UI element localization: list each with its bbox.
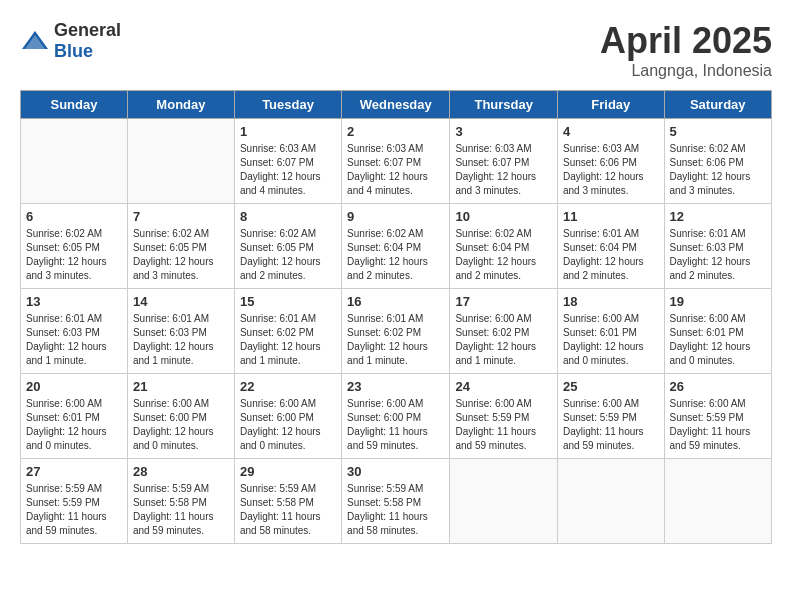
day-number: 21 [133, 379, 229, 394]
day-info: Sunrise: 6:03 AM Sunset: 6:06 PM Dayligh… [563, 142, 659, 198]
calendar-cell: 5Sunrise: 6:02 AM Sunset: 6:06 PM Daylig… [664, 119, 771, 204]
calendar-cell: 4Sunrise: 6:03 AM Sunset: 6:06 PM Daylig… [558, 119, 665, 204]
day-number: 1 [240, 124, 336, 139]
day-number: 23 [347, 379, 444, 394]
day-info: Sunrise: 6:00 AM Sunset: 6:01 PM Dayligh… [563, 312, 659, 368]
day-info: Sunrise: 6:01 AM Sunset: 6:03 PM Dayligh… [133, 312, 229, 368]
day-number: 14 [133, 294, 229, 309]
day-info: Sunrise: 6:00 AM Sunset: 5:59 PM Dayligh… [563, 397, 659, 453]
calendar-cell [450, 459, 558, 544]
calendar-cell: 8Sunrise: 6:02 AM Sunset: 6:05 PM Daylig… [234, 204, 341, 289]
calendar-cell: 1Sunrise: 6:03 AM Sunset: 6:07 PM Daylig… [234, 119, 341, 204]
calendar-cell: 19Sunrise: 6:00 AM Sunset: 6:01 PM Dayli… [664, 289, 771, 374]
day-number: 5 [670, 124, 766, 139]
day-number: 15 [240, 294, 336, 309]
day-info: Sunrise: 6:01 AM Sunset: 6:03 PM Dayligh… [26, 312, 122, 368]
calendar-week: 1Sunrise: 6:03 AM Sunset: 6:07 PM Daylig… [21, 119, 772, 204]
day-info: Sunrise: 6:00 AM Sunset: 6:00 PM Dayligh… [240, 397, 336, 453]
calendar-body: 1Sunrise: 6:03 AM Sunset: 6:07 PM Daylig… [21, 119, 772, 544]
calendar-cell: 27Sunrise: 5:59 AM Sunset: 5:59 PM Dayli… [21, 459, 128, 544]
weekday-header: Wednesday [342, 91, 450, 119]
day-info: Sunrise: 6:02 AM Sunset: 6:05 PM Dayligh… [240, 227, 336, 283]
calendar-cell: 12Sunrise: 6:01 AM Sunset: 6:03 PM Dayli… [664, 204, 771, 289]
calendar-cell: 29Sunrise: 5:59 AM Sunset: 5:58 PM Dayli… [234, 459, 341, 544]
day-number: 19 [670, 294, 766, 309]
day-info: Sunrise: 6:00 AM Sunset: 6:02 PM Dayligh… [455, 312, 552, 368]
calendar-cell: 22Sunrise: 6:00 AM Sunset: 6:00 PM Dayli… [234, 374, 341, 459]
day-number: 20 [26, 379, 122, 394]
calendar-cell: 25Sunrise: 6:00 AM Sunset: 5:59 PM Dayli… [558, 374, 665, 459]
calendar-header: SundayMondayTuesdayWednesdayThursdayFrid… [21, 91, 772, 119]
calendar-week: 20Sunrise: 6:00 AM Sunset: 6:01 PM Dayli… [21, 374, 772, 459]
calendar-table: SundayMondayTuesdayWednesdayThursdayFrid… [20, 90, 772, 544]
day-number: 11 [563, 209, 659, 224]
day-number: 30 [347, 464, 444, 479]
day-number: 13 [26, 294, 122, 309]
day-info: Sunrise: 6:02 AM Sunset: 6:05 PM Dayligh… [133, 227, 229, 283]
calendar-cell: 3Sunrise: 6:03 AM Sunset: 6:07 PM Daylig… [450, 119, 558, 204]
calendar-cell: 16Sunrise: 6:01 AM Sunset: 6:02 PM Dayli… [342, 289, 450, 374]
weekday-header: Friday [558, 91, 665, 119]
page-title: April 2025 [600, 20, 772, 62]
day-number: 18 [563, 294, 659, 309]
day-number: 16 [347, 294, 444, 309]
day-number: 27 [26, 464, 122, 479]
day-info: Sunrise: 5:59 AM Sunset: 5:58 PM Dayligh… [240, 482, 336, 538]
day-info: Sunrise: 6:00 AM Sunset: 6:01 PM Dayligh… [670, 312, 766, 368]
logo-general: General [54, 20, 121, 40]
calendar-cell: 6Sunrise: 6:02 AM Sunset: 6:05 PM Daylig… [21, 204, 128, 289]
page-subtitle: Langnga, Indonesia [600, 62, 772, 80]
day-number: 25 [563, 379, 659, 394]
calendar-cell: 13Sunrise: 6:01 AM Sunset: 6:03 PM Dayli… [21, 289, 128, 374]
day-info: Sunrise: 6:02 AM Sunset: 6:04 PM Dayligh… [455, 227, 552, 283]
day-number: 17 [455, 294, 552, 309]
calendar-cell: 21Sunrise: 6:00 AM Sunset: 6:00 PM Dayli… [127, 374, 234, 459]
day-number: 3 [455, 124, 552, 139]
calendar-cell: 24Sunrise: 6:00 AM Sunset: 5:59 PM Dayli… [450, 374, 558, 459]
day-info: Sunrise: 6:00 AM Sunset: 6:01 PM Dayligh… [26, 397, 122, 453]
calendar-cell [558, 459, 665, 544]
day-info: Sunrise: 6:01 AM Sunset: 6:04 PM Dayligh… [563, 227, 659, 283]
weekday-header: Saturday [664, 91, 771, 119]
calendar-cell: 28Sunrise: 5:59 AM Sunset: 5:58 PM Dayli… [127, 459, 234, 544]
calendar-cell: 20Sunrise: 6:00 AM Sunset: 6:01 PM Dayli… [21, 374, 128, 459]
calendar-cell: 10Sunrise: 6:02 AM Sunset: 6:04 PM Dayli… [450, 204, 558, 289]
calendar-week: 27Sunrise: 5:59 AM Sunset: 5:59 PM Dayli… [21, 459, 772, 544]
calendar-cell: 2Sunrise: 6:03 AM Sunset: 6:07 PM Daylig… [342, 119, 450, 204]
day-info: Sunrise: 5:59 AM Sunset: 5:59 PM Dayligh… [26, 482, 122, 538]
day-info: Sunrise: 6:00 AM Sunset: 6:00 PM Dayligh… [133, 397, 229, 453]
day-info: Sunrise: 6:02 AM Sunset: 6:04 PM Dayligh… [347, 227, 444, 283]
day-number: 9 [347, 209, 444, 224]
weekday-row: SundayMondayTuesdayWednesdayThursdayFrid… [21, 91, 772, 119]
weekday-header: Sunday [21, 91, 128, 119]
calendar-cell [664, 459, 771, 544]
calendar-cell: 17Sunrise: 6:00 AM Sunset: 6:02 PM Dayli… [450, 289, 558, 374]
day-number: 6 [26, 209, 122, 224]
weekday-header: Monday [127, 91, 234, 119]
day-number: 24 [455, 379, 552, 394]
calendar-cell: 14Sunrise: 6:01 AM Sunset: 6:03 PM Dayli… [127, 289, 234, 374]
day-info: Sunrise: 6:03 AM Sunset: 6:07 PM Dayligh… [347, 142, 444, 198]
day-number: 28 [133, 464, 229, 479]
day-info: Sunrise: 6:00 AM Sunset: 5:59 PM Dayligh… [670, 397, 766, 453]
calendar-cell: 11Sunrise: 6:01 AM Sunset: 6:04 PM Dayli… [558, 204, 665, 289]
calendar-cell: 23Sunrise: 6:00 AM Sunset: 6:00 PM Dayli… [342, 374, 450, 459]
calendar-cell [127, 119, 234, 204]
logo: General Blue [20, 20, 121, 62]
day-info: Sunrise: 6:03 AM Sunset: 6:07 PM Dayligh… [455, 142, 552, 198]
day-info: Sunrise: 6:00 AM Sunset: 5:59 PM Dayligh… [455, 397, 552, 453]
logo-icon [20, 29, 50, 53]
weekday-header: Tuesday [234, 91, 341, 119]
calendar-cell: 30Sunrise: 5:59 AM Sunset: 5:58 PM Dayli… [342, 459, 450, 544]
calendar-cell: 18Sunrise: 6:00 AM Sunset: 6:01 PM Dayli… [558, 289, 665, 374]
day-info: Sunrise: 6:01 AM Sunset: 6:03 PM Dayligh… [670, 227, 766, 283]
page-header: General Blue April 2025 Langnga, Indones… [20, 20, 772, 80]
day-info: Sunrise: 6:02 AM Sunset: 6:06 PM Dayligh… [670, 142, 766, 198]
day-info: Sunrise: 6:02 AM Sunset: 6:05 PM Dayligh… [26, 227, 122, 283]
title-section: April 2025 Langnga, Indonesia [600, 20, 772, 80]
day-info: Sunrise: 5:59 AM Sunset: 5:58 PM Dayligh… [133, 482, 229, 538]
day-number: 4 [563, 124, 659, 139]
calendar-cell: 7Sunrise: 6:02 AM Sunset: 6:05 PM Daylig… [127, 204, 234, 289]
day-info: Sunrise: 6:01 AM Sunset: 6:02 PM Dayligh… [347, 312, 444, 368]
day-number: 2 [347, 124, 444, 139]
